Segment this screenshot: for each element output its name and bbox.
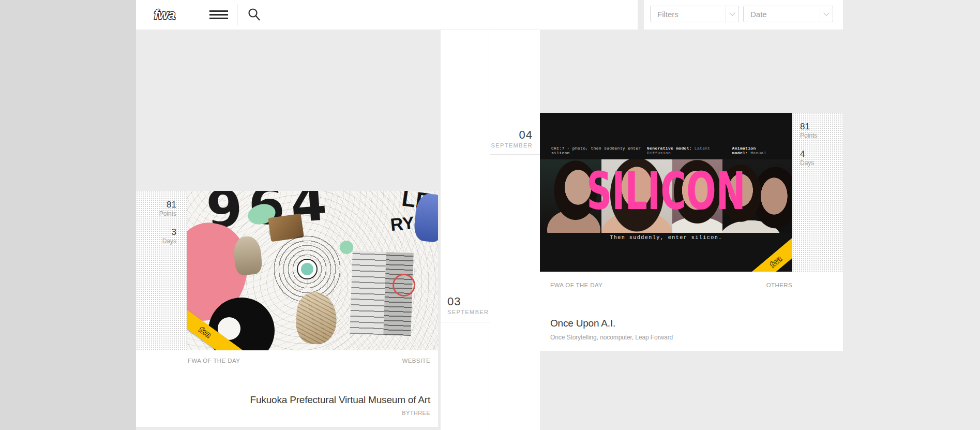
badge-category: OTHERS: [766, 282, 792, 288]
date-day: 03: [447, 296, 489, 307]
filters-caret[interactable]: [726, 6, 738, 22]
card-badges-row: FWA OF THE DAY OTHERS: [550, 282, 792, 288]
date-dropdown-label: Date: [744, 10, 820, 19]
caption-value: Manual: [750, 151, 766, 155]
points-value: 81: [800, 122, 843, 131]
date-month: SEPTEMBER: [491, 143, 533, 149]
date-day: 04: [491, 129, 533, 141]
collage-spiral-center: [298, 260, 316, 278]
timeline-divider-04: [490, 154, 540, 155]
card-title[interactable]: Once Upon A.I.: [550, 318, 615, 329]
days-label: Days: [800, 160, 843, 166]
collage-mint-shape: [340, 241, 353, 254]
screen-caption-bar: CHI:7 - photo, then suddenly enter silic…: [540, 146, 792, 155]
fwa-ribbon-logo: fwa: [198, 325, 213, 339]
screen-big-title: SILICON: [559, 166, 774, 217]
screen-caption-right: Generative model:Latent Diffusion Animat…: [647, 146, 784, 155]
chevron-down-icon: [823, 10, 829, 16]
badge-category: WEBSITE: [402, 358, 430, 364]
date-badge-03: 03 SEPTEMBER: [447, 296, 489, 315]
days-value: 3: [136, 228, 176, 236]
screen-caption-left: CHI:7 - photo, then suddenly enter silic…: [551, 146, 647, 155]
award-card-fukuoka[interactable]: 81 Points 3 Days 964 LE RY: [136, 191, 438, 427]
badge-fwa-of-the-day: FWA OF THE DAY: [188, 358, 240, 364]
collage-red-ring: [393, 274, 415, 296]
collage-spiral: [274, 235, 341, 303]
caption-label: Generative model:: [647, 146, 692, 151]
date-month: SEPTEMBER: [447, 309, 489, 315]
card-thumbnail-collage[interactable]: 964 LE RY fwa: [187, 191, 438, 350]
filters-dropdown[interactable]: Filters: [650, 6, 739, 22]
points-value: 81: [136, 200, 176, 209]
chevron-down-icon: [729, 10, 735, 16]
timeline-spine: [490, 29, 490, 430]
collage-letters: RY: [389, 213, 415, 235]
generative-model-caption: Generative model:Latent Diffusion: [647, 146, 723, 155]
menu-icon[interactable]: [209, 10, 228, 19]
header-bar-right: Filters Date: [644, 0, 843, 30]
fwa-logo[interactable]: fwa: [146, 7, 183, 24]
days-label: Days: [136, 238, 176, 244]
points-label: Points: [800, 132, 843, 139]
date-badge-04: 04 SEPTEMBER: [491, 129, 533, 149]
card-stats: 81 Points 3 Days: [136, 191, 187, 350]
card-thumbnail-screen[interactable]: CHI:7 - photo, then suddenly enter silic…: [540, 113, 792, 272]
screen-tagline: Then suddenly, enter silicon.: [540, 235, 792, 241]
badge-fwa-of-the-day: FWA OF THE DAY: [550, 282, 602, 288]
animation-model-caption: Animation model:Manual: [732, 146, 784, 155]
timeline-gutter: 04 SEPTEMBER 03 SEPTEMBER: [441, 29, 540, 430]
fwa-timeline-page: 04 SEPTEMBER 03 SEPTEMBER fwa Filters: [0, 0, 980, 430]
search-icon[interactable]: [248, 8, 261, 22]
header-bar-left: fwa: [136, 0, 638, 30]
card-author[interactable]: Once Storytelling, nocomputer, Leap Forw…: [550, 334, 673, 341]
card-badges-row: FWA OF THE DAY WEBSITE: [188, 358, 430, 364]
timeline-divider-03: [441, 322, 490, 322]
card-author[interactable]: BYTHREE: [402, 410, 430, 416]
fwa-ribbon-logo: fwa: [768, 254, 783, 269]
left-margin-strip: [0, 0, 136, 430]
date-caret[interactable]: [820, 6, 833, 22]
card-stats: 81 Points 4 Days: [792, 113, 843, 272]
card-title[interactable]: Fukuoka Prefectural Virtual Museum of Ar…: [250, 394, 430, 406]
fwa-logo-text: fwa: [154, 7, 175, 22]
award-card-once-upon-ai[interactable]: CHI:7 - photo, then suddenly enter silic…: [540, 113, 843, 351]
header-divider: [237, 4, 238, 25]
points-label: Points: [136, 211, 176, 217]
filters-dropdown-label: Filters: [651, 10, 726, 19]
days-value: 4: [800, 150, 843, 158]
date-dropdown[interactable]: Date: [743, 6, 833, 22]
